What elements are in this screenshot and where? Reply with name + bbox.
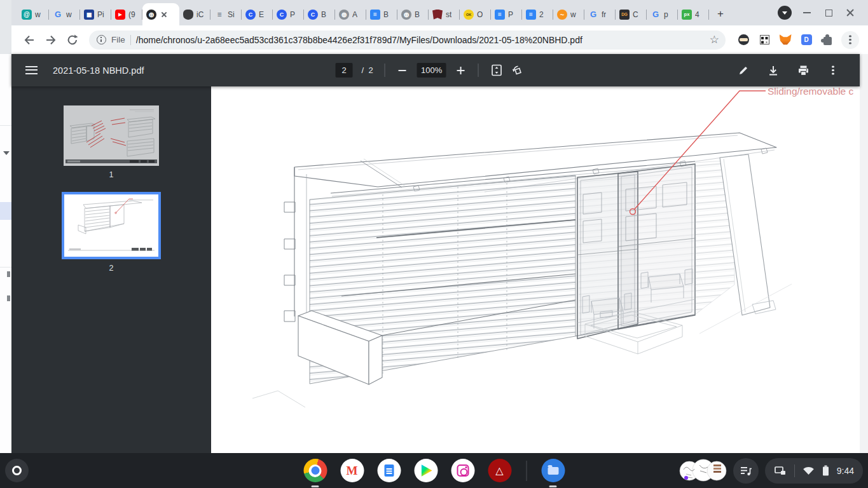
extension-icon[interactable] <box>736 32 751 48</box>
extension-icon[interactable] <box>820 32 835 48</box>
tab-title: B <box>321 10 326 19</box>
status-tray[interactable]: 9:44 <box>765 458 863 484</box>
browser-tab[interactable]: ▶ (9 <box>111 3 142 25</box>
browser-tab[interactable]: ~ w <box>553 3 584 25</box>
background-selected-row <box>0 202 11 220</box>
extension-icon[interactable] <box>778 32 793 48</box>
zoom-in-button[interactable] <box>455 65 467 76</box>
browser-tab[interactable]: OK O <box>460 3 491 25</box>
launcher-icon <box>12 466 22 475</box>
tab-close-icon[interactable] <box>160 10 169 19</box>
screen-share-icon <box>774 465 787 477</box>
maximize-button[interactable] <box>822 6 835 19</box>
forward-button[interactable] <box>42 31 60 49</box>
tab-title: C <box>633 10 638 19</box>
gmail-app-icon[interactable]: M <box>340 459 364 482</box>
browser-tab[interactable]: ▦ Pi <box>80 3 111 25</box>
tab-favicon-icon: ▦ <box>84 10 94 20</box>
browser-tab[interactable]: DG C <box>616 3 647 25</box>
browser-tab[interactable]: ≡ P <box>491 3 522 25</box>
extensions-area: D <box>736 32 835 48</box>
browser-tab[interactable]: iC <box>179 3 210 25</box>
close-button[interactable] <box>844 6 857 19</box>
divider <box>130 35 131 45</box>
background-window <box>0 0 11 453</box>
divider <box>478 64 479 77</box>
tab-favicon-icon: ⊕ <box>401 10 411 20</box>
fit-page-button[interactable] <box>490 64 503 77</box>
reload-button[interactable] <box>64 31 81 49</box>
launcher-button[interactable] <box>5 459 29 482</box>
browser-tab[interactable]: G w <box>49 3 80 25</box>
browser-tab[interactable]: ⊕ <box>142 3 179 25</box>
extension-icon[interactable] <box>757 32 772 48</box>
browser-tab[interactable]: st <box>429 3 460 25</box>
media-controls-button[interactable] <box>733 458 759 484</box>
zoom-level-input[interactable]: 100% <box>417 63 446 78</box>
extension-icon[interactable]: D <box>799 32 814 48</box>
annotate-pencil-button[interactable] <box>737 64 750 77</box>
zoom-out-button[interactable] <box>397 65 408 76</box>
thumbnail-label: 1 <box>11 170 211 179</box>
tab-search-button[interactable] <box>778 6 792 20</box>
files-app-icon[interactable] <box>541 459 565 482</box>
tab-title: w <box>570 10 576 19</box>
print-button[interactable] <box>797 64 809 77</box>
acrobat-app-icon[interactable]: △ <box>488 459 511 482</box>
thumbnail-page-2[interactable] <box>62 192 161 259</box>
browser-tab[interactable]: ⊕ B <box>397 3 429 25</box>
browser-tab[interactable]: ⊕ A <box>335 3 366 25</box>
shelf: M △ <box>0 453 868 488</box>
background-window-top <box>0 0 11 54</box>
tab-favicon-icon: C <box>245 10 256 20</box>
tab-favicon-icon: px <box>682 10 692 20</box>
tab-favicon-icon: ≡ <box>495 10 505 20</box>
google-docs-app-icon[interactable] <box>377 459 401 482</box>
divider <box>794 464 795 477</box>
play-store-app-icon[interactable] <box>414 459 437 482</box>
tab-title: E <box>259 10 264 19</box>
browser-tab[interactable]: G fr <box>584 3 616 25</box>
divider <box>0 267 11 268</box>
browser-tab[interactable]: C B <box>304 3 335 25</box>
browser-tab[interactable]: G p <box>647 3 678 25</box>
page-info-icon[interactable] <box>97 35 106 44</box>
download-button[interactable] <box>767 64 780 77</box>
chrome-app-icon[interactable] <box>303 459 327 482</box>
tab-title: w <box>35 10 41 19</box>
thumbnail-label: 2 <box>11 264 211 273</box>
page-number-input[interactable]: 2 <box>336 63 353 78</box>
pdf-menu-button[interactable] <box>827 64 839 77</box>
menu-icon[interactable] <box>25 66 38 75</box>
tab-title: Pi <box>97 10 104 19</box>
instagram-app-icon[interactable] <box>451 459 474 482</box>
running-indicator <box>312 485 319 487</box>
clock: 9:44 <box>837 466 854 476</box>
minimize-button[interactable] <box>801 6 813 19</box>
tab-favicon-icon <box>183 10 193 20</box>
browser-tab[interactable]: px 4 <box>678 3 709 25</box>
tab-title: 2 <box>539 10 544 19</box>
tab-title: P <box>508 10 513 19</box>
browser-tab[interactable]: ≡ Si <box>210 3 242 25</box>
thumbnail-page-1[interactable] <box>64 105 159 166</box>
window-preview-stickers[interactable] <box>679 457 727 485</box>
tab-favicon-icon: ≡ <box>214 10 224 20</box>
browser-tab[interactable]: C P <box>273 3 304 25</box>
back-button[interactable] <box>20 31 38 49</box>
pdf-page-canvas[interactable]: Sliding/removable c <box>211 86 860 453</box>
browser-menu-button[interactable] <box>841 31 859 49</box>
browser-tab[interactable]: C E <box>242 3 273 25</box>
browser-tab[interactable]: @ w <box>18 3 49 25</box>
bookmark-star-icon[interactable]: ☆ <box>710 33 719 46</box>
browser-tab[interactable]: ≡ B <box>366 3 397 25</box>
rotate-button[interactable] <box>512 64 525 77</box>
url-text[interactable]: /home/chronos/u-2a68eec5ad53cd361c378b8b… <box>136 35 702 45</box>
new-tab-button[interactable]: + <box>712 5 729 23</box>
pdf-title: 2021-05-18 NBHD.pdf <box>53 65 144 76</box>
address-bar[interactable]: File /home/chronos/u-2a68eec5ad53cd361c3… <box>89 30 726 50</box>
background-mark <box>7 271 10 277</box>
tab-title: A <box>352 10 357 19</box>
status-area: 9:44 <box>679 457 863 485</box>
browser-tab[interactable]: ≡ 2 <box>522 3 553 25</box>
